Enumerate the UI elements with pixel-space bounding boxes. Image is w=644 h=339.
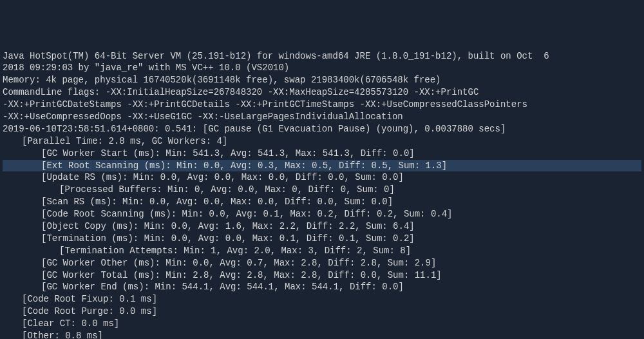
log-line-22: [Clear CT: 0.0 ms] [3,318,641,330]
log-line-14: [Object Copy (ms): Min: 0.0, Avg: 1.6, M… [3,220,641,233]
log-line-0: Java HotSpot(TM) 64-Bit Server VM (25.19… [3,50,641,63]
log-line-15: [Termination (ms): Min: 0.0, Avg: 0.0, M… [3,233,641,245]
log-line-11: [Processed Buffers: Min: 0, Avg: 0.0, Ma… [3,184,641,196]
log-line-10: [Update RS (ms): Min: 0.0, Avg: 0.0, Max… [3,171,641,184]
log-line-16: [Termination Attempts: Min: 1, Avg: 2.0,… [3,245,641,257]
log-line-2: Memory: 4k page, physical 16740520k(3691… [3,74,641,86]
terminal-output: Java HotSpot(TM) 64-Bit Server VM (25.19… [3,50,641,339]
log-line-18: [GC Worker Total (ms): Min: 2.8, Avg: 2.… [3,269,641,282]
log-line-8: [GC Worker Start (ms): Min: 541.3, Avg: … [3,148,641,160]
log-line-9: [Ext Root Scanning (ms): Min: 0.0, Avg: … [3,160,641,172]
log-line-4: -XX:+PrintGCDateStamps -XX:+PrintGCDetai… [3,99,641,111]
log-line-6: 2019-06-10T23:58:51.614+0800: 0.541: [GC… [3,123,641,135]
log-line-20: [Code Root Fixup: 0.1 ms] [3,293,641,305]
log-line-21: [Code Root Purge: 0.0 ms] [3,305,641,318]
log-line-13: [Code Root Scanning (ms): Min: 0.0, Avg:… [3,208,641,220]
log-line-19: [GC Worker End (ms): Min: 544.1, Avg: 54… [3,281,641,293]
log-line-1: 2018 09:29:03 by "java_re" with MS VC++ … [3,62,641,74]
log-line-5: -XX:+UseCompressedOops -XX:+UseG1GC -XX:… [3,111,641,123]
log-line-3: CommandLine flags: -XX:InitialHeapSize=2… [3,86,641,99]
log-line-7: [Parallel Time: 2.8 ms, GC Workers: 4] [3,135,641,148]
log-line-17: [GC Worker Other (ms): Min: 0.0, Avg: 0.… [3,257,641,269]
log-line-12: [Scan RS (ms): Min: 0.0, Avg: 0.0, Max: … [3,196,641,208]
log-line-23: [Other: 0.8 ms] [3,330,641,339]
